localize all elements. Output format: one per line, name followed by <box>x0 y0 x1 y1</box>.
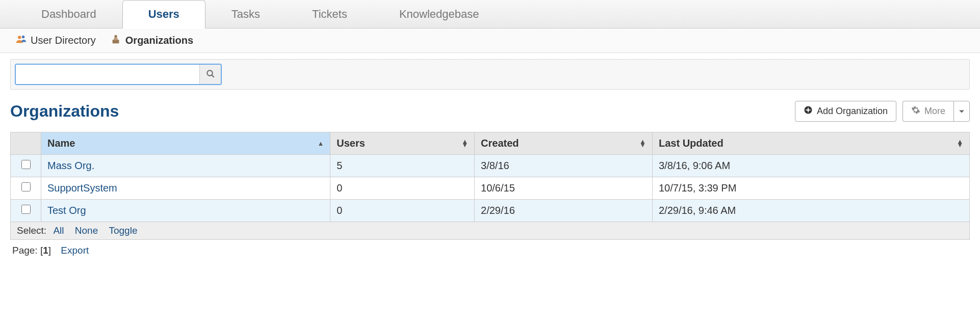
search-button[interactable] <box>199 65 221 84</box>
plus-circle-icon <box>804 105 813 117</box>
sub-nav: User Directory Organizations <box>0 29 980 53</box>
more-button-label: More <box>924 106 945 117</box>
svg-point-0 <box>18 36 21 39</box>
page-header: Organizations Add Organization More <box>0 96 980 128</box>
column-name[interactable]: Name ▲ <box>41 132 330 155</box>
subnav-organizations-label: Organizations <box>125 35 193 46</box>
svg-line-6 <box>212 75 214 77</box>
organizations-table: Name ▲ Users ▲▼ Created ▲▼ Last Updated … <box>10 132 970 240</box>
column-last-updated[interactable]: Last Updated ▲▼ <box>652 132 969 155</box>
main-tabs: Dashboard Users Tasks Tickets Knowledgeb… <box>0 0 980 29</box>
cell-last-updated: 10/7/15, 3:39 PM <box>652 177 969 200</box>
svg-point-5 <box>207 70 213 76</box>
tab-knowledgebase[interactable]: Knowledgebase <box>373 0 505 28</box>
cell-users: 0 <box>330 200 475 222</box>
page-current: 1 <box>43 245 48 256</box>
org-name-link[interactable]: Mass Org. <box>47 160 94 171</box>
table-row: Test Org 0 2/29/16 2/29/16, 9:46 AM <box>11 200 970 222</box>
more-button[interactable]: More <box>902 101 953 122</box>
sort-icon: ▲▼ <box>461 140 468 148</box>
select-row: Select: All None Toggle <box>11 222 970 240</box>
tab-tickets[interactable]: Tickets <box>286 0 373 28</box>
caret-down-icon <box>959 106 964 117</box>
select-label: Select: <box>17 225 46 236</box>
column-users[interactable]: Users ▲▼ <box>330 132 475 155</box>
tab-dashboard[interactable]: Dashboard <box>15 0 122 28</box>
cell-users: 0 <box>330 177 475 200</box>
search-input[interactable] <box>16 65 199 84</box>
cell-created: 10/6/15 <box>475 177 653 200</box>
select-toggle-link[interactable]: Toggle <box>109 225 137 236</box>
select-all-link[interactable]: All <box>53 225 64 236</box>
sort-asc-icon: ▲ <box>317 142 324 146</box>
table-row: SupportSystem 0 10/6/15 10/7/15, 3:39 PM <box>11 177 970 200</box>
row-checkbox[interactable] <box>21 160 31 169</box>
tab-tasks[interactable]: Tasks <box>205 0 286 28</box>
svg-point-2 <box>114 35 117 38</box>
more-button-group: More <box>902 101 970 122</box>
more-dropdown-toggle[interactable] <box>953 101 970 122</box>
svg-point-1 <box>22 36 25 39</box>
column-users-label: Users <box>337 138 365 149</box>
row-checkbox[interactable] <box>21 205 31 214</box>
add-organization-label: Add Organization <box>817 106 888 117</box>
search-container <box>10 59 970 90</box>
tab-users[interactable]: Users <box>122 0 205 29</box>
column-last-updated-label: Last Updated <box>659 138 724 149</box>
row-checkbox[interactable] <box>21 182 31 191</box>
select-none-link[interactable]: None <box>75 225 98 236</box>
org-name-link[interactable]: Test Org <box>47 205 86 216</box>
svg-rect-3 <box>112 40 119 43</box>
search-icon <box>206 69 215 80</box>
cell-last-updated: 3/8/16, 9:06 AM <box>652 155 969 177</box>
export-link[interactable]: Export <box>61 245 89 256</box>
page-label: Page: <box>12 245 38 256</box>
cell-created: 2/29/16 <box>475 200 653 222</box>
cell-created: 3/8/16 <box>475 155 653 177</box>
table-row: Mass Org. 5 3/8/16 3/8/16, 9:06 AM <box>11 155 970 177</box>
column-checkbox <box>11 132 41 155</box>
gear-icon <box>911 105 920 117</box>
search-wrapper <box>15 64 222 85</box>
column-created[interactable]: Created ▲▼ <box>475 132 653 155</box>
pagination: Page: [1] Export <box>0 240 980 261</box>
subnav-user-directory-label: User Directory <box>31 35 96 46</box>
subnav-user-directory[interactable]: User Directory <box>15 34 96 47</box>
subnav-organizations[interactable]: Organizations <box>110 34 193 47</box>
column-created-label: Created <box>481 138 519 149</box>
sort-icon: ▲▼ <box>639 140 646 148</box>
cell-last-updated: 2/29/16, 9:46 AM <box>652 200 969 222</box>
svg-rect-4 <box>114 38 117 40</box>
users-icon <box>15 34 27 47</box>
org-name-link[interactable]: SupportSystem <box>47 182 117 194</box>
organization-icon <box>110 34 121 47</box>
cell-users: 5 <box>330 155 475 177</box>
page-title: Organizations <box>10 102 119 121</box>
sort-icon: ▲▼ <box>957 140 963 148</box>
column-name-label: Name <box>47 138 75 149</box>
add-organization-button[interactable]: Add Organization <box>795 101 896 122</box>
header-actions: Add Organization More <box>795 101 970 122</box>
